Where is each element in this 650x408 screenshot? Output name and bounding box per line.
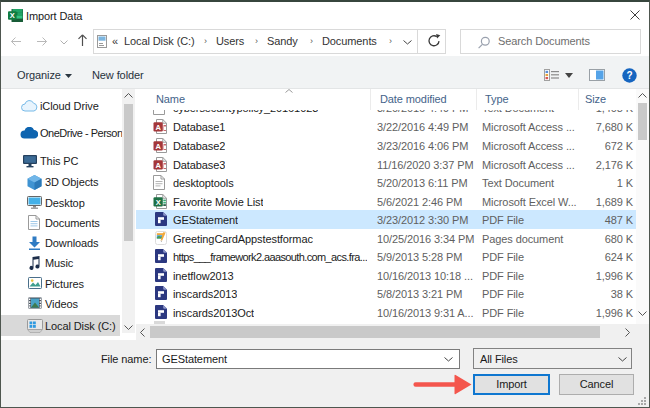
svg-text:X: X: [156, 197, 161, 206]
svg-text:A: A: [155, 160, 161, 169]
svg-text:X: X: [10, 11, 15, 20]
svg-text:?: ?: [626, 70, 632, 81]
svg-text:A: A: [155, 123, 161, 132]
svg-text:A: A: [155, 142, 161, 151]
